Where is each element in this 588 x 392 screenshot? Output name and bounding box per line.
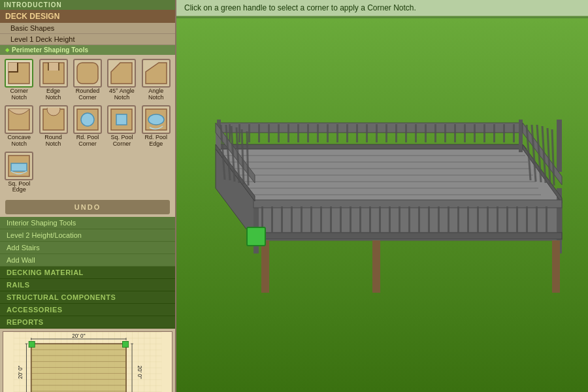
svg-rect-87 [493,124,495,142]
instruction-bar: Click on a green handle to select a corn… [176,0,588,16]
scene-3d[interactable] [176,18,588,392]
svg-rect-109 [310,206,312,233]
svg-line-142 [247,131,248,186]
add-wall-item[interactable]: Add Wall [0,254,175,267]
svg-rect-77 [395,124,397,142]
svg-rect-81 [434,124,436,142]
tool-sq-pool-edge[interactable]: Sq. PoolEdge [3,150,35,195]
floor-plan: 20' 0" 20' 0" 20' 0" [3,331,172,392]
svg-rect-120 [418,206,420,233]
svg-rect-145 [552,240,560,293]
svg-rect-127 [487,206,489,233]
svg-marker-56 [217,123,527,133]
tool-rd-pool-corner-label: Rd. PoolCorner [76,135,99,148]
svg-rect-114 [359,206,361,233]
svg-rect-85 [474,124,476,142]
svg-rect-105 [271,206,273,233]
svg-rect-69 [317,124,319,142]
svg-text:20' 0": 20' 0" [72,333,85,339]
svg-rect-86 [483,124,485,142]
svg-rect-67 [297,124,299,142]
tool-angle-notch[interactable]: AngleNotch [140,57,172,103]
tool-edge-notch[interactable]: EdgeNotch [37,57,69,103]
svg-rect-113 [350,206,351,233]
decking-material-section[interactable]: DECKING MATERIAL [0,267,175,279]
svg-rect-129 [506,206,508,233]
svg-text:20' 0": 20' 0" [18,366,24,379]
scene-svg [176,18,588,392]
tool-round-notch[interactable]: RoundNotch [37,104,69,149]
svg-rect-72 [346,124,348,142]
tool-rd-pool-edge[interactable]: Rd. PoolEdge [140,104,172,149]
tool-angle-notch-icon [142,59,171,88]
svg-rect-59 [519,120,523,152]
tool-sq-pool-corner-label: Sq. PoolCorner [110,135,133,148]
reports-section[interactable]: REPORTS [0,316,175,329]
svg-rect-68 [307,124,309,142]
tool-rounded-corner-label: RoundedCorner [76,88,100,101]
svg-rect-82 [444,124,446,142]
deck-design-title: DECK DESIGN [0,10,175,23]
rails-section[interactable]: RAILS [0,279,175,291]
tool-rounded-corner-icon [73,59,102,88]
svg-rect-111 [330,206,332,233]
svg-rect-76 [385,124,387,142]
svg-rect-73 [356,124,358,142]
basic-shapes-item[interactable]: Basic Shapes [0,23,175,34]
svg-rect-60 [229,124,231,142]
tool-sq-pool-corner[interactable]: Sq. PoolCorner [105,104,138,149]
tool-corner-notch[interactable]: CornerNotch [3,57,35,103]
add-stairs-item[interactable]: Add Stairs [0,242,175,254]
svg-marker-57 [217,144,527,149]
tool-45-angle[interactable]: 45° AngleNotch [105,57,138,103]
svg-rect-103 [253,233,562,239]
level1-item[interactable]: Level 1 Deck Height [0,34,175,45]
accessories-section[interactable]: ACCESSORIES [0,304,175,316]
tool-edge-notch-icon [39,59,68,88]
structural-section[interactable]: STRUCTURAL COMPONENTS [0,291,175,304]
interior-shaping-item[interactable]: Interior Shaping Tools [0,217,175,229]
svg-rect-106 [281,206,283,233]
svg-rect-88 [503,124,505,142]
tool-rd-pool-edge-label: Rd. PoolEdge [145,135,168,148]
svg-rect-4 [77,63,98,84]
tool-rd-pool-corner[interactable]: Rd. PoolCorner [71,104,104,149]
svg-rect-30 [123,342,129,348]
undo-button[interactable]: UNDO [5,200,170,214]
svg-rect-90 [557,120,562,172]
svg-rect-143 [261,240,269,293]
tool-angle-notch-label: AngleNotch [148,88,164,101]
svg-rect-146 [247,227,265,246]
svg-rect-80 [425,124,427,142]
tool-concave-notch[interactable]: ConcaveNotch [3,104,35,149]
svg-rect-84 [464,124,466,142]
svg-rect-1 [8,63,18,72]
svg-marker-5 [111,63,132,84]
svg-rect-89 [513,124,515,142]
svg-rect-75 [376,124,378,142]
svg-rect-110 [320,206,322,233]
svg-rect-29 [29,342,35,348]
svg-rect-126 [477,206,479,233]
tool-corner-notch-icon [5,59,33,88]
svg-rect-70 [327,124,329,142]
tool-round-notch-label: RoundNotch [44,135,62,148]
tool-rounded-corner[interactable]: RoundedCorner [71,57,104,103]
perimeter-section: Perimeter Shaping Tools [0,45,175,55]
svg-marker-6 [146,63,167,84]
svg-rect-71 [336,124,338,142]
level2-item[interactable]: Level 2 Height/Location [0,229,175,242]
svg-rect-65 [278,124,280,142]
svg-rect-62 [248,124,250,142]
svg-rect-122 [438,206,440,233]
svg-rect-144 [372,240,380,293]
left-panel: INTRODUCTION DECK DESIGN Basic Shapes Le… [0,0,176,392]
svg-point-15 [148,114,164,125]
svg-rect-108 [301,206,302,233]
svg-rect-102 [253,200,562,208]
svg-point-11 [81,113,94,126]
tool-corner-notch-label: CornerNotch [10,88,28,101]
intro-bar: INTRODUCTION [0,0,175,10]
svg-rect-123 [448,206,449,233]
svg-rect-78 [405,124,407,142]
